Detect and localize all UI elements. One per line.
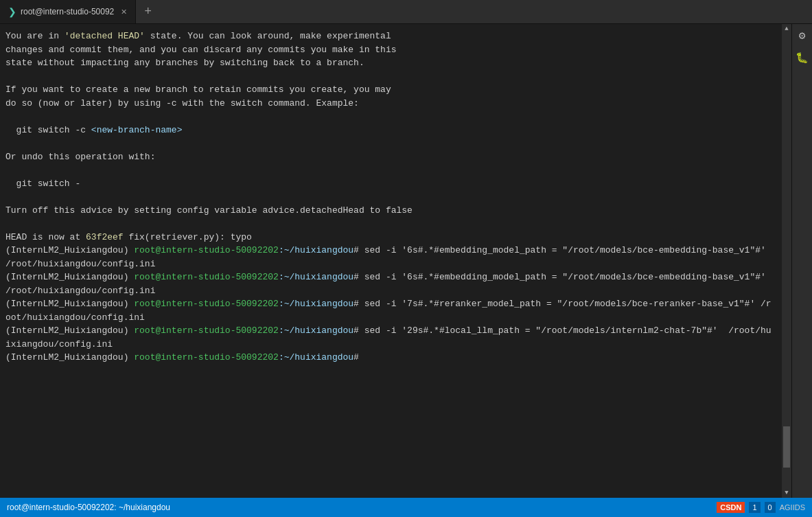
terminal-icon: ❯ (8, 6, 16, 17)
tab-bar: ❯ root@intern-studio-50092 ✕ + (0, 0, 812, 24)
scroll-up-button[interactable]: ▲ (782, 24, 791, 34)
badge1: 1 (749, 502, 760, 513)
bug-icon[interactable]: 🐛 (795, 50, 810, 65)
terminal-line: HEAD is now at 63f2eef fix(retriever.py)… (5, 231, 776, 244)
new-tab-button[interactable]: + (136, 0, 160, 23)
terminal-line: git switch - (5, 177, 776, 191)
terminal-line (5, 217, 776, 231)
terminal-tab[interactable]: ❯ root@intern-studio-50092 ✕ (0, 0, 136, 23)
terminal-line (5, 137, 776, 150)
terminal-line: state without impacting any branches by … (5, 56, 776, 70)
scroll-track (782, 34, 791, 488)
scroll-down-button[interactable]: ▼ (782, 488, 791, 498)
terminal-line: changes and commit them, and you can dis… (5, 43, 776, 57)
terminal-line: If you want to create a new branch to re… (5, 83, 776, 97)
status-path: root@intern-studio-50092202: ~/huixiangd… (7, 503, 170, 512)
terminal-line: (InternLM2_Huixiangdou) root@intern-stud… (5, 324, 776, 351)
terminal-line: do so (now or later) by using -c with th… (5, 97, 776, 111)
vertical-scrollbar[interactable]: ▲ ▼ (782, 24, 791, 498)
tab-close-button[interactable]: ✕ (121, 8, 127, 16)
csdn-badge: CSDN (717, 502, 745, 513)
settings-icon[interactable]: ⚙ (795, 28, 810, 43)
terminal-line: (InternLM2_Huixiangdou) root@intern-stud… (5, 244, 776, 271)
terminal-line (5, 190, 776, 204)
terminal-line: Or undo this operation with: (5, 150, 776, 164)
terminal-line (5, 70, 776, 84)
status-bar: root@intern-studio-50092202: ~/huixiangd… (0, 498, 812, 517)
terminal-line: You are in 'detached HEAD' state. You ca… (5, 30, 776, 43)
tab-label: root@intern-studio-50092 (21, 7, 114, 16)
badge2: 0 (765, 502, 776, 513)
extra-label: AGIIDS (780, 503, 805, 512)
status-right: CSDN 1 0 AGIIDS (717, 502, 805, 513)
terminal-line (5, 110, 776, 124)
terminal: You are in 'detached HEAD' state. You ca… (0, 24, 791, 498)
terminal-line: (InternLM2_Huixiangdou) root@intern-stud… (5, 351, 776, 365)
terminal-line: (InternLM2_Huixiangdou) root@intern-stud… (5, 297, 776, 324)
terminal-line: git switch -c <new-branch-name> (5, 124, 776, 137)
main-area: You are in 'detached HEAD' state. You ca… (0, 24, 812, 498)
terminal-line: Turn off this advice by setting config v… (5, 204, 776, 218)
terminal-output[interactable]: You are in 'detached HEAD' state. You ca… (0, 24, 782, 498)
right-sidebar: ⚙ 🐛 (791, 24, 812, 498)
terminal-line (5, 163, 776, 177)
terminal-line: (InternLM2_Huixiangdou) root@intern-stud… (5, 271, 776, 297)
scroll-thumb[interactable] (783, 426, 790, 468)
